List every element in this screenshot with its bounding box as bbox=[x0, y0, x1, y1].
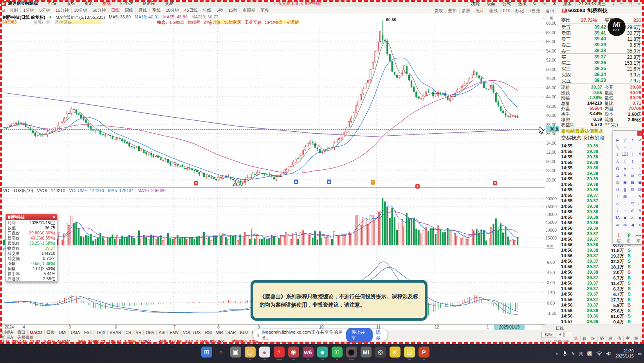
pen-icon[interactable]: ✎ bbox=[571, 351, 575, 356]
copy-icon[interactable]: ▣ bbox=[549, 16, 553, 20]
system-clock[interactable]: 21:39 2025/1/15 bbox=[615, 348, 634, 359]
drawing-tool-icon[interactable]: ▩ bbox=[621, 193, 629, 200]
drawing-tool-icon[interactable]: ∥ bbox=[629, 151, 636, 158]
zoom-in-button[interactable]: + bbox=[557, 332, 564, 337]
task-view-icon[interactable]: ▣ bbox=[230, 347, 241, 358]
wechat-icon[interactable]: ✆ bbox=[332, 347, 343, 358]
drawing-tool-icon[interactable]: ∧ bbox=[621, 165, 629, 172]
tick-row[interactable]: 14:5639.3719.3万S bbox=[559, 253, 642, 259]
drawing-tool-icon[interactable]: TA bbox=[614, 214, 621, 221]
drawing-tool-icon[interactable]: □ bbox=[636, 200, 644, 207]
powerpoint-icon[interactable]: P bbox=[419, 347, 429, 358]
period-45日线[interactable]: 45日线 bbox=[182, 7, 200, 13]
tick-row[interactable]: 14:5639.375.9万B bbox=[559, 303, 642, 308]
tool-多股[interactable]: 多股 bbox=[459, 8, 473, 14]
pause-icon[interactable]: ‖ bbox=[257, 333, 259, 338]
file-explorer-icon[interactable]: ▤ bbox=[245, 347, 256, 358]
titlebar-icon[interactable]: ✉ bbox=[550, 1, 559, 6]
menu-item[interactable]: 交易 bbox=[160, 0, 178, 6]
indicator-tab-DMA[interactable]: DMA bbox=[69, 330, 82, 335]
concept-tag[interactable]: 智能家居 bbox=[224, 20, 241, 24]
bid-row[interactable]: 买三39.3521.6万 bbox=[559, 66, 642, 72]
panel-tab-值[interactable]: 值 bbox=[615, 336, 624, 341]
period-60分钟[interactable]: 60分钟 bbox=[90, 7, 108, 13]
period-更多[interactable]: 更多 bbox=[258, 7, 271, 13]
indicator-tab-RSI[interactable]: RSI bbox=[203, 330, 215, 335]
tick-row[interactable]: 14:5639.3711.4万S bbox=[559, 281, 642, 286]
titlebar-icon[interactable]: ☏ bbox=[539, 1, 550, 6]
drawing-tool-icon[interactable]: ⊂ bbox=[636, 172, 644, 179]
indicator-tab-SAR[interactable]: SAR bbox=[225, 330, 238, 335]
close-icon[interactable]: × bbox=[53, 214, 55, 220]
drawing-tool-icon[interactable]: ║ bbox=[629, 193, 636, 200]
drawing-tool-icon[interactable]: ( bbox=[621, 158, 629, 165]
tick-row[interactable]: 14:5639.376.3万S bbox=[559, 286, 642, 292]
drawing-tool-icon[interactable]: ← bbox=[629, 144, 636, 151]
tdx-icon[interactable]: ⚡ bbox=[274, 347, 285, 358]
drawing-tool-icon[interactable]: ≋ bbox=[614, 221, 621, 229]
ask-row[interactable]: 卖四39.4132.7万 bbox=[559, 30, 642, 36]
search-icon[interactable]: ◌ bbox=[216, 347, 227, 358]
menu-item[interactable]: 发现 bbox=[97, 0, 115, 6]
drawing-tool-icon[interactable]: ↕ bbox=[614, 151, 621, 158]
drawing-tool-icon[interactable]: ☰ bbox=[621, 179, 629, 186]
ime-language[interactable]: 英 bbox=[579, 351, 583, 357]
period-季线[interactable]: 季线 bbox=[149, 7, 163, 13]
chart-book-icon[interactable]: ▤ bbox=[1, 8, 5, 13]
wh6-icon[interactable]: w6 bbox=[303, 347, 314, 358]
ask-row[interactable]: 卖一39.3835.0万 bbox=[559, 48, 642, 54]
tool-叠加[interactable]: 叠加 bbox=[446, 8, 459, 14]
industry-value[interactable]: 通信设备 bbox=[54, 20, 72, 24]
drawing-tool-icon[interactable]: ◀ bbox=[629, 221, 636, 229]
drawing-tool-icon[interactable]: H bbox=[614, 186, 621, 193]
drawing-tool-icon[interactable]: ↑↑ bbox=[621, 207, 629, 214]
drawing-tool-icon[interactable]: ▦ bbox=[629, 179, 636, 186]
concept-tag[interactable]: 物联网 bbox=[188, 20, 200, 24]
drawing-tool-icon[interactable]: X bbox=[614, 158, 621, 165]
wifi-icon[interactable] bbox=[596, 351, 602, 356]
drawing-tool-icon[interactable]: A bbox=[636, 207, 644, 214]
indicator-tab-VOL-TDX[interactable]: VOL-TDX bbox=[181, 330, 203, 335]
drawing-tool-icon[interactable]: ≣ bbox=[614, 179, 621, 186]
menu-item[interactable]: 市场 bbox=[61, 0, 79, 6]
panel-tab-势[interactable]: 势 bbox=[598, 336, 606, 341]
indicator-tab-归位[interactable]: 归位 bbox=[45, 330, 57, 335]
drawing-tool-icon[interactable]: ▥ bbox=[629, 186, 636, 193]
period-30分钟[interactable]: 30分钟 bbox=[71, 7, 90, 13]
drawing-tool-icon[interactable]: ✐ bbox=[629, 207, 636, 214]
period-年线[interactable]: 年线 bbox=[200, 7, 214, 13]
period-分时[interactable]: 分时 bbox=[7, 7, 20, 13]
tick-row[interactable]: 14:5639.382.0万B bbox=[559, 270, 642, 275]
chevron-up-icon[interactable]: ∧ bbox=[555, 351, 558, 356]
tool-F10[interactable]: F10 bbox=[500, 8, 513, 13]
traffic-light-icon[interactable] bbox=[633, 232, 643, 238]
menu-item[interactable]: 版面 bbox=[483, 1, 499, 7]
drawing-tool-icon[interactable]: ~ bbox=[629, 165, 636, 172]
menu-item[interactable]: 资讯 bbox=[79, 0, 97, 6]
ask-row[interactable]: 卖五39.4229.6万 bbox=[559, 24, 642, 30]
up-tool[interactable]: 上 bbox=[614, 232, 624, 238]
tick-row[interactable]: 14:5639.3811.8万S bbox=[559, 248, 642, 253]
panel-tab-价[interactable]: 价 bbox=[581, 336, 589, 341]
drawing-tool-icon[interactable]: || bbox=[621, 186, 629, 193]
drawing-tool-icon[interactable]: ✎ bbox=[636, 193, 644, 200]
drawing-tool-icon[interactable]: ↑ bbox=[614, 207, 621, 214]
indicator-tab-ASI[interactable]: ASI bbox=[157, 330, 168, 335]
tick-row[interactable]: 14:5639.3661.0万S bbox=[559, 314, 642, 319]
menu-item[interactable]: 问小达 bbox=[115, 0, 138, 6]
panel-tab-联[interactable]: 联 bbox=[606, 336, 615, 341]
bid-row[interactable]: 买五39.337.9万 bbox=[559, 78, 642, 83]
drawing-tool-icon[interactable]: ) bbox=[629, 158, 636, 165]
qq-icon[interactable]: ⬤ bbox=[346, 347, 357, 358]
sticky-notes-icon[interactable]: ▤ bbox=[404, 347, 415, 358]
concept-tag[interactable]: 工业互联 bbox=[244, 20, 262, 24]
drawing-tool-icon[interactable]: ▭ bbox=[621, 221, 629, 229]
camera-icon[interactable]: ◎ bbox=[375, 347, 386, 358]
speaker-icon[interactable] bbox=[606, 351, 612, 356]
tool-统计[interactable]: 统计 bbox=[473, 8, 487, 14]
period-15秒[interactable]: 15秒 bbox=[225, 7, 240, 13]
indicator-tab-MACD[interactable]: MACD bbox=[28, 330, 45, 335]
indicator-tab-WR[interactable]: WR bbox=[214, 330, 225, 335]
menu-item[interactable]: 财富圈 bbox=[138, 0, 160, 6]
tool-画线[interactable]: 画线 bbox=[487, 8, 500, 14]
